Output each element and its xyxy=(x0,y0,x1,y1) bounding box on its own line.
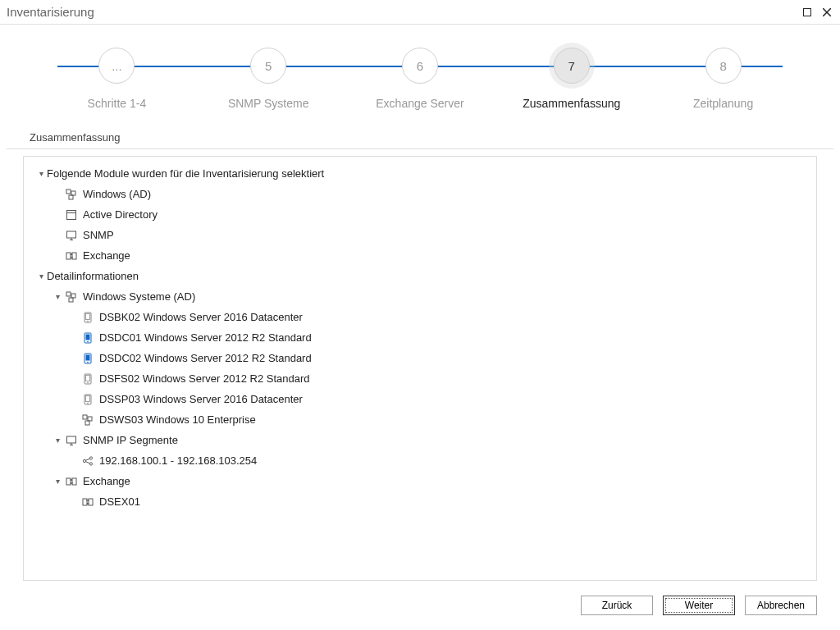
tree-label: DSSP03 Windows Server 2016 Datacenter xyxy=(99,389,303,409)
monitor-icon xyxy=(65,434,78,447)
chevron-down-icon[interactable]: ▾ xyxy=(52,430,63,450)
summary-tree: ▾ Folgende Module wurden für die Inventa… xyxy=(23,156,817,581)
tree-item[interactable]: ▾ Windows (AD) xyxy=(30,184,810,204)
tree-item[interactable]: DSWS03 Windows 10 Enterprise xyxy=(30,409,810,430)
exchange-icon xyxy=(65,249,78,262)
svg-rect-11 xyxy=(66,253,71,259)
svg-line-41 xyxy=(85,461,89,463)
device-icon xyxy=(81,372,94,386)
device-icon xyxy=(81,311,94,324)
windows-ad-icon xyxy=(65,290,78,304)
tree-item[interactable]: DSSP03 Windows Server 2016 Datacenter xyxy=(30,389,810,409)
svg-rect-26 xyxy=(86,375,90,381)
close-button[interactable] xyxy=(820,6,833,19)
step-zusammenfassung[interactable]: 7 Zusammenfassung xyxy=(495,48,647,110)
tree-label: Exchange xyxy=(83,471,130,491)
step-label: Zusammenfassung xyxy=(523,97,620,110)
svg-rect-12 xyxy=(72,253,76,259)
svg-point-37 xyxy=(83,459,85,462)
tree-item[interactable]: ▾ Active Directory xyxy=(30,204,810,225)
chevron-down-icon[interactable]: ▾ xyxy=(35,163,47,184)
device-icon xyxy=(81,393,94,406)
exchange-icon xyxy=(81,495,94,509)
tree-item[interactable]: DSDC02 Windows Server 2012 R2 Standard xyxy=(30,348,810,368)
tree-item[interactable]: 192.168.100.1 - 192.168.103.254 xyxy=(30,450,810,471)
svg-rect-15 xyxy=(69,298,73,302)
tree-label: DSFS02 Windows Server 2012 R2 Standard xyxy=(99,368,310,389)
tree-group-modules[interactable]: ▾ Folgende Module wurden für die Inventa… xyxy=(30,163,810,184)
chevron-down-icon[interactable]: ▾ xyxy=(52,286,63,307)
cancel-button[interactable]: Abbrechen xyxy=(745,596,817,615)
svg-rect-17 xyxy=(86,313,90,319)
tree-label: DSDC01 Windows Server 2012 R2 Standard xyxy=(99,327,312,348)
maximize-button[interactable] xyxy=(801,6,814,19)
step-circle: ... xyxy=(98,48,135,84)
tree-label: Detailinformationen xyxy=(47,266,139,286)
wizard-stepper: ... Schritte 1-4 5 SNMP Systeme 6 Exchan… xyxy=(0,25,840,125)
tree-item[interactable]: DSDC01 Windows Server 2012 R2 Standard xyxy=(30,327,810,348)
tree-label: Exchange xyxy=(83,245,130,266)
device-icon xyxy=(81,331,94,345)
svg-rect-44 xyxy=(83,499,87,505)
tree-label: Folgende Module wurden für die Inventari… xyxy=(47,163,324,184)
step-circle: 7 xyxy=(554,48,590,84)
monitor-icon xyxy=(65,229,78,242)
svg-rect-43 xyxy=(72,478,76,485)
tree-item[interactable]: ▾ SNMP xyxy=(30,225,810,245)
svg-rect-5 xyxy=(69,195,73,199)
tree-label: DSBK02 Windows Server 2016 Datacenter xyxy=(99,307,303,327)
step-circle: 6 xyxy=(402,48,438,84)
step-label: Schritte 1-4 xyxy=(88,97,147,110)
step-exchange-server[interactable]: 6 Exchange Server xyxy=(345,48,496,110)
svg-rect-23 xyxy=(86,354,90,360)
active-directory-icon xyxy=(65,208,78,221)
tree-label: SNMP IP Segmente xyxy=(83,430,178,450)
tree-group-windows[interactable]: ▾ Windows Systeme (AD) xyxy=(30,286,810,307)
svg-rect-14 xyxy=(71,294,75,298)
tree-label: DSEX01 xyxy=(99,491,140,512)
step-label: Exchange Server xyxy=(376,97,463,110)
windows-ad-icon xyxy=(81,413,94,427)
chevron-down-icon[interactable]: ▾ xyxy=(35,266,47,286)
back-button[interactable]: Zurück xyxy=(581,596,653,615)
svg-point-38 xyxy=(89,456,92,459)
svg-rect-3 xyxy=(66,189,71,194)
chevron-down-icon[interactable]: ▾ xyxy=(52,471,63,491)
tree-item[interactable]: DSEX01 xyxy=(30,491,810,512)
svg-rect-31 xyxy=(83,415,87,419)
step-label: Zeitplanung xyxy=(693,97,753,110)
exchange-icon xyxy=(65,475,78,488)
tree-group-details[interactable]: ▾ Detailinformationen xyxy=(30,266,810,286)
svg-point-21 xyxy=(87,340,89,342)
step-zeitplanung[interactable]: 8 Zeitplanung xyxy=(647,48,799,110)
step-circle: 8 xyxy=(705,48,742,84)
svg-rect-42 xyxy=(66,478,71,485)
svg-rect-45 xyxy=(89,499,93,505)
svg-rect-8 xyxy=(67,231,76,238)
share-icon xyxy=(81,454,94,468)
tree-label: Windows (AD) xyxy=(83,184,151,204)
tree-group-exchange[interactable]: ▾ Exchange xyxy=(30,471,810,491)
step-1-4[interactable]: ... Schritte 1-4 xyxy=(41,48,193,110)
tree-item[interactable]: DSBK02 Windows Server 2016 Datacenter xyxy=(30,307,810,327)
tree-group-snmp[interactable]: ▾ SNMP IP Segmente xyxy=(30,430,810,450)
tree-item[interactable]: ▾ Exchange xyxy=(30,245,810,266)
window-title: Inventarisierung xyxy=(7,5,801,19)
svg-line-40 xyxy=(85,459,89,460)
svg-point-18 xyxy=(87,320,89,322)
windows-ad-icon xyxy=(65,188,78,201)
tree-item[interactable]: DSFS02 Windows Server 2012 R2 Standard xyxy=(30,368,810,389)
step-snmp-systeme[interactable]: 5 SNMP Systeme xyxy=(193,48,345,110)
svg-point-39 xyxy=(89,462,92,464)
svg-point-30 xyxy=(87,402,89,404)
svg-rect-6 xyxy=(67,210,76,219)
svg-point-27 xyxy=(87,381,89,383)
svg-rect-13 xyxy=(66,292,71,296)
tree-label: 192.168.100.1 - 192.168.103.254 xyxy=(99,450,257,471)
svg-rect-34 xyxy=(67,436,76,443)
svg-rect-33 xyxy=(85,421,89,425)
tree-label: Active Directory xyxy=(83,204,158,225)
svg-rect-0 xyxy=(804,8,811,16)
next-button[interactable]: Weiter xyxy=(663,596,735,615)
titlebar: Inventarisierung xyxy=(0,0,840,25)
